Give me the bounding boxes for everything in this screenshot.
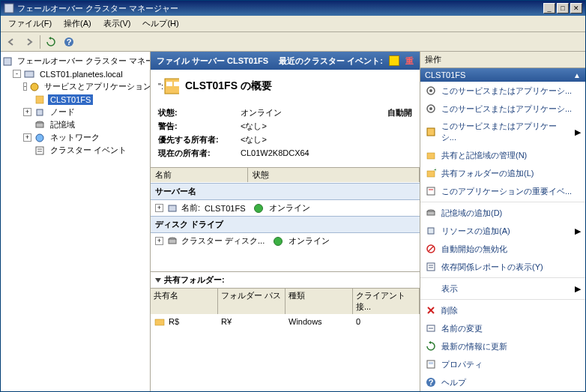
storage-icon [34,120,46,130]
app-window: フェールオーバー クラスター マネージャー _ □ ✕ ファイル(F) 操作(A… [0,0,586,392]
action-item[interactable]: 名前の変更 [420,319,585,337]
action-icon [425,225,437,237]
share-col-type[interactable]: 種類 [286,289,353,314]
tree-networks[interactable]: + ネットワーク [2,131,148,144]
menu-bar: ファイル(F) 操作(A) 表示(V) ヘルプ(H) [1,16,585,32]
help-button[interactable]: ? [61,34,76,49]
expander-icon[interactable]: + [23,133,31,142]
svg-rect-36 [427,263,435,271]
actions-pane-title: 操作 [420,52,585,68]
col-name[interactable]: 名前 [151,168,248,182]
center-header-title: ファイル サーバー CLST01FS [157,55,268,67]
expander-icon[interactable]: + [155,204,163,212]
actions-list: このサービスまたはアプリケーシ...このサービスまたはアプリケーシ...このサー… [420,82,585,391]
recent-events-label: 最近のクラスター イベント: [279,55,383,67]
action-item[interactable]: このサービスまたはアプリケーシ... [420,82,585,100]
action-item[interactable]: 削除 [420,301,585,319]
disk-row[interactable]: + クラスター ディスク... オンライン [151,233,420,249]
share-col-clients[interactable]: クライアント接... [353,289,420,314]
svg-rect-3 [4,58,11,65]
action-icon [425,149,437,161]
servers-group-header[interactable]: サーバー名 [151,183,420,200]
action-item[interactable]: 自動開始の無効化 [420,240,585,258]
close-button[interactable]: ✕ [570,3,582,13]
cluster-mgr-icon [2,56,13,67]
col-status[interactable]: 状態 [248,168,420,182]
toolbar-separator [40,35,40,49]
action-icon: + [425,167,437,179]
tree-cluster-label: CLST01.planetes.local [37,69,125,79]
window-title: フェールオーバー クラスター マネージャー [17,3,543,14]
action-icon [425,261,437,273]
share-folder-icon [154,316,166,327]
action-icon [425,283,437,295]
expander-icon[interactable]: - [23,82,27,91]
action-item[interactable]: 表示▶ [420,280,585,298]
menu-help[interactable]: ヘルプ(H) [138,16,183,31]
events-icon [34,145,46,156]
action-item[interactable]: このサービスまたはアプリケーシ... [420,100,585,118]
forward-button[interactable] [22,34,37,49]
network-icon [34,133,46,143]
toolbar: ? [1,32,585,52]
refresh-button[interactable] [43,34,58,49]
tree-selected-app[interactable]: CLST01FS [2,93,148,106]
share-type: Windows [289,317,356,326]
current-owner-label: 現在の所有者: [158,146,241,160]
tree-nodes[interactable]: + ノード [2,106,148,118]
action-icon [425,85,437,97]
action-item[interactable]: 共有と記憶域の管理(N) [420,146,585,164]
tree-cluster[interactable]: - CLST01.planetes.local [2,67,148,80]
action-item[interactable]: リソースの追加(A)▶ [420,222,585,240]
tree-storage[interactable]: 記憶域 [2,118,148,131]
tree-root[interactable]: フェールオーバー クラスター マネージャー [2,55,148,67]
cluster-icon [23,69,35,79]
share-col-path[interactable]: フォルダー パス [218,289,286,314]
back-button[interactable] [4,34,19,49]
action-label: 自動開始の無効化 [441,244,507,255]
status-label: 状態: [158,106,241,119]
pref-owner-value: <なし> [241,133,267,146]
svg-rect-17 [169,205,176,211]
status-block: 状態: オンライン 自動開 警告: <なし> 優先する所有者: <なし> 現在の… [151,103,420,167]
center-header: ファイル サーバー CLST01FS 最近のクラスター イベント: 重 [151,52,420,70]
action-item[interactable]: ?ヘルプ [420,373,585,391]
svg-rect-16 [174,82,179,86]
svg-rect-6 [36,96,43,103]
menu-view[interactable]: 表示(V) [99,16,136,31]
server-row[interactable]: + 名前: CLST01FS オンライン [151,200,420,216]
menu-file[interactable]: ファイル(F) [4,16,56,31]
action-item[interactable]: このサービスまたはアプリケーシ...▶ [420,118,585,146]
expander-icon[interactable]: + [23,108,31,116]
status-value: オンライン [241,106,282,119]
current-owner-value: CL01W2K8DCX64 [241,146,309,160]
minimize-button[interactable]: _ [543,3,555,13]
expander-icon[interactable]: + [155,237,163,245]
action-item[interactable]: 最新の情報に更新 [420,337,585,355]
share-toggle[interactable]: 共有フォルダー: [151,271,420,288]
tree-pane[interactable]: フェールオーバー クラスター マネージャー - CLST01.planetes.… [1,52,151,391]
maximize-button[interactable]: □ [557,3,569,13]
action-item[interactable]: プロパティ [420,355,585,373]
svg-rect-19 [169,239,176,244]
action-label: このサービスまたはアプリケーシ... [441,121,570,143]
action-item[interactable]: 依存関係レポートの表示(Y) [420,258,585,276]
submenu-arrow-icon: ▶ [575,127,581,137]
share-col-name[interactable]: 共有名 [151,289,218,314]
action-item[interactable]: +共有フォルダーの追加(L) [420,164,585,182]
actions-group-header[interactable]: CLST01FS ▲ [420,68,585,82]
share-row[interactable]: R$ R¥ Windows 0 [151,315,420,328]
action-icon [425,103,437,115]
expander-icon[interactable]: - [13,70,21,78]
action-item[interactable]: このアプリケーションの重要イベ... [420,182,585,200]
tree-events[interactable]: クラスター イベント [2,144,148,157]
menu-action[interactable]: 操作(A) [59,16,96,31]
status-row-owner: 現在の所有者: CL01W2K8DCX64 [158,146,412,160]
action-label: このサービスまたはアプリケーシ... [441,85,572,97]
submenu-arrow-icon: ▶ [575,284,581,294]
action-item[interactable]: 記憶域の追加(D) [420,204,585,222]
share-section: 共有フォルダー: 共有名 フォルダー パス 種類 クライアント接... R$ R… [151,271,420,328]
svg-rect-20 [155,319,164,325]
disks-group-header[interactable]: ディスク ドライブ [151,216,420,233]
tree-services[interactable]: - サービスとアプリケーション [2,80,148,93]
